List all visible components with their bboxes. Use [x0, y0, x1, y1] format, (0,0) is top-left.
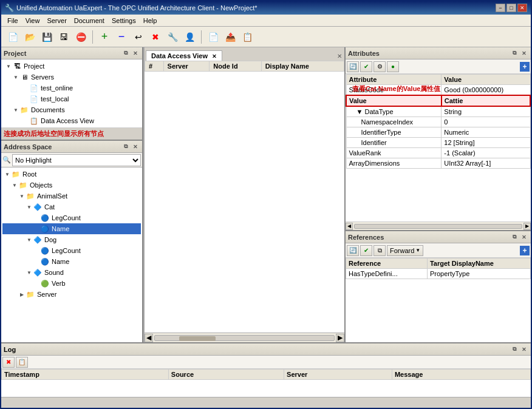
addr-dog-legcount[interactable]: ▶ 🔵 LegCount	[2, 245, 141, 256]
addr-label-animalset: AnimalSet	[37, 192, 67, 200]
config-button[interactable]: 🔧	[165, 29, 180, 45]
forward-dropdown-arrow[interactable]: ▼	[415, 248, 420, 253]
addr-cat[interactable]: ▼ 🔷 Cat	[2, 201, 141, 212]
tree-arrow-servers[interactable]: ▼	[12, 75, 19, 80]
log-copy-btn[interactable]: 📋	[16, 357, 28, 368]
addr-animalset[interactable]: ▼ 📁 AnimalSet	[2, 191, 141, 201]
minimize-button[interactable]: −	[496, 4, 505, 12]
ref-close-icon[interactable]: ✕	[520, 233, 528, 242]
addr-label-cat-legcount: LegCount	[52, 214, 81, 221]
tree-arrow-project[interactable]: ▼	[5, 64, 12, 69]
project-tree: ▼ 🏗 Project ▼ 🖥 Servers ▶ 📄 tes	[1, 59, 142, 128]
doc3-button[interactable]: 📋	[239, 29, 255, 45]
log-panel: Log ⧉ ✕ ✖ 📋 Timestamp Source Server Mess…	[1, 342, 531, 397]
documents-icon: 📁	[19, 105, 29, 115]
tab-close-icon[interactable]: ✕	[212, 53, 217, 59]
addr-label-verb: Verb	[52, 280, 66, 287]
highlight-filter-select[interactable]: No Highlight Highlight Changes	[12, 154, 141, 166]
delete-button[interactable]: ✖	[148, 29, 163, 45]
addr-sound-verb[interactable]: ▶ 🟢 Verb	[2, 278, 141, 289]
menu-view[interactable]: View	[22, 16, 44, 25]
server-online-icon: 📄	[29, 83, 39, 93]
tree-label-test-online: test_online	[41, 84, 73, 92]
addr-sound[interactable]: ▼ 🔷 Sound	[2, 267, 141, 278]
addr-dog[interactable]: ▼ 🔷 Dog	[2, 234, 141, 245]
add-server-button[interactable]: +	[97, 29, 112, 45]
title-icon: 🔧	[5, 4, 14, 12]
ref-nav-btn[interactable]: ⧉	[373, 245, 386, 256]
ref-refresh-btn[interactable]: 🔄	[347, 245, 359, 256]
remove-button[interactable]: −	[114, 29, 129, 45]
project-close-icon[interactable]: ✕	[131, 49, 140, 58]
menu-file[interactable]: File	[4, 16, 22, 25]
ref-check-btn[interactable]: ✔	[360, 245, 372, 256]
attr-check-btn[interactable]: ✔	[360, 61, 372, 72]
menu-server[interactable]: Server	[43, 16, 70, 25]
menu-settings[interactable]: Settings	[108, 16, 140, 25]
close-button[interactable]: ✕	[517, 4, 527, 12]
attr-cell-value-value: Cattie	[442, 95, 530, 106]
maximize-button[interactable]: □	[506, 4, 516, 12]
addr-cat-name[interactable]: ▶ 🔵 Name	[2, 223, 141, 234]
tree-item-test-local[interactable]: ▶ 📄 test_local	[2, 93, 141, 104]
log-pin-icon[interactable]: ⧉	[510, 345, 519, 354]
addr-label-dog-name: Name	[52, 258, 69, 265]
doc2-button[interactable]: 📤	[222, 29, 238, 45]
attr-cell-nsindex-label: NamespaceIndex	[346, 117, 442, 127]
addr-dog-name[interactable]: ▶ 🔵 Name	[2, 256, 141, 267]
addr-label-sound: Sound	[44, 269, 64, 276]
attr-add-button[interactable]: +	[520, 62, 530, 72]
attr-dot-btn[interactable]: ●	[387, 61, 399, 72]
stop-button[interactable]: ⛔	[73, 29, 89, 45]
tree-item-project[interactable]: ▼ 🏗 Project	[2, 61, 141, 72]
server-obj-icon: 📁	[26, 289, 35, 299]
log-clear-btn[interactable]: ✖	[2, 357, 15, 368]
addr-pin-icon[interactable]: ⧉	[121, 143, 130, 151]
addr-cat-legcount[interactable]: ▶ 🔵 LegCount	[2, 212, 141, 223]
user-button[interactable]: 👤	[182, 29, 197, 45]
tree-item-test-online[interactable]: ▶ 📄 test_online	[2, 83, 141, 93]
name-icon: 🔵	[40, 224, 50, 234]
attr-close-icon[interactable]: ✕	[520, 49, 528, 58]
project-pin-icon[interactable]: ⧉	[121, 49, 130, 58]
references-header: References ⧉ ✕	[346, 231, 531, 243]
references-table: Reference Target DisplayName HasTypeDefi…	[346, 258, 531, 342]
log-toolbar: ✖ 📋	[1, 356, 531, 369]
save-button[interactable]: 💾	[39, 29, 55, 45]
ref-add-button[interactable]: +	[520, 246, 530, 255]
tree-label-project: Project	[24, 63, 44, 70]
ref-row-hastypedefini: HasTypeDefini... PropertyType	[346, 269, 531, 279]
ref-forward-button[interactable]: Forward ▼	[387, 245, 423, 256]
addr-close-icon[interactable]: ✕	[131, 143, 140, 151]
attr-refresh-btn[interactable]: 🔄	[347, 61, 359, 72]
attr-cell-statuscode-value: Good (0x00000000)	[442, 85, 530, 96]
doc1-button[interactable]: 📄	[205, 29, 221, 45]
tab-data-access-view[interactable]: Data Access View ✕	[146, 50, 222, 61]
menu-help[interactable]: Help	[140, 16, 161, 25]
attr-filter-btn[interactable]: ⚙	[373, 61, 386, 72]
ref-pin-icon[interactable]: ⧉	[510, 233, 519, 242]
addr-server[interactable]: ▶ 📁 Server	[2, 289, 141, 300]
status-bar	[1, 397, 531, 408]
attr-cell-datatype-label: ▼ DataType	[346, 106, 442, 117]
addr-objects[interactable]: ▼ 📁 Objects	[2, 180, 141, 191]
horizontal-scrollbar[interactable]: ◀ ▶	[145, 333, 344, 342]
tree-item-servers[interactable]: ▼ 🖥 Servers	[2, 72, 141, 83]
tab-bar-close-icon[interactable]: ✕	[336, 52, 343, 61]
tree-item-data-access-view[interactable]: ▶ 📋 Data Access View	[2, 115, 141, 126]
log-close-icon[interactable]: ✕	[520, 345, 528, 354]
save-as-button[interactable]: 🖫	[56, 29, 72, 45]
addr-root[interactable]: ▼ 📁 Root	[2, 169, 141, 180]
attr-cell-identifier-label: Identifier	[346, 138, 442, 148]
title-text: Unified Automation UaExpert - The OPC Un…	[16, 4, 494, 12]
tree-item-documents[interactable]: ▼ 📁 Documents	[2, 104, 141, 115]
tree-arrow-documents[interactable]: ▼	[12, 107, 19, 113]
dog-legcount-icon: 🔵	[40, 246, 50, 255]
attr-cell-arraydim-label: ArrayDimensions	[346, 158, 442, 169]
attr-pin-icon[interactable]: ⧉	[510, 49, 519, 58]
undo-button[interactable]: ↩	[131, 29, 146, 45]
address-space-tree: ▼ 📁 Root ▼ 📁 Objects ▼ 📁 Animal	[1, 167, 142, 342]
new-file-button[interactable]: 📄	[5, 29, 21, 45]
open-button[interactable]: 📂	[22, 29, 38, 45]
menu-document[interactable]: Document	[70, 16, 108, 25]
